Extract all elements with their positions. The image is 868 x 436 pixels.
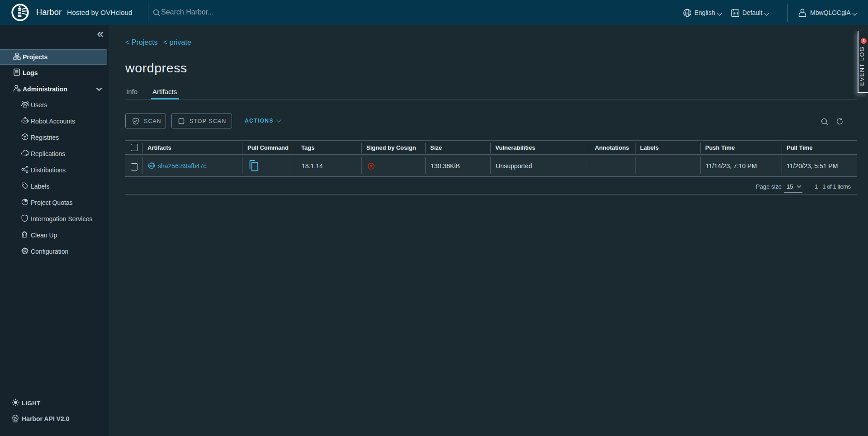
svg-text:HELM: HELM bbox=[148, 165, 155, 167]
